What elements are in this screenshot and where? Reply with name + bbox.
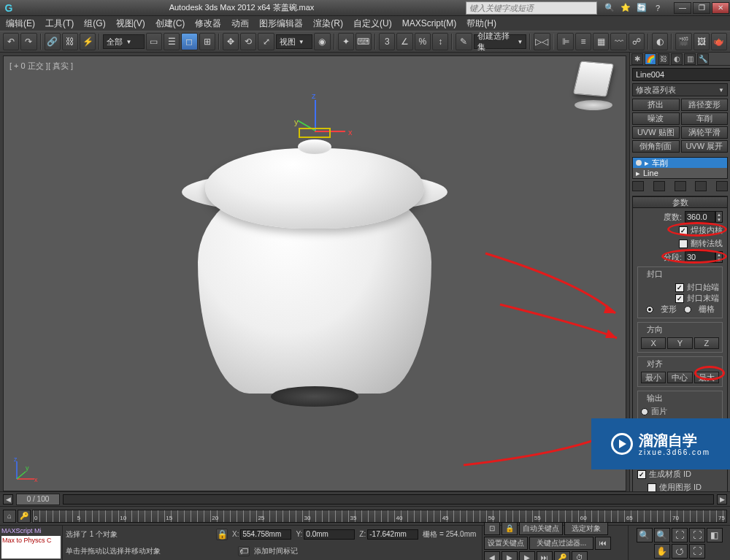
display-tab-icon[interactable]: ▥ bbox=[684, 53, 696, 65]
modbtn-turbosmooth[interactable]: 涡轮平滑 bbox=[681, 126, 729, 139]
viewcube-cube-icon[interactable] bbox=[573, 61, 614, 96]
render-production-icon[interactable]: 🫖 bbox=[711, 33, 727, 50]
timeslider-track[interactable] bbox=[63, 494, 714, 505]
nav-zoom-extents-icon[interactable]: ⛶ bbox=[672, 528, 688, 542]
modbtn-pathdeform[interactable]: 路径变形 bbox=[681, 99, 729, 111]
undo-icon[interactable]: ↶ bbox=[3, 33, 19, 50]
align-min-button[interactable]: 最小 bbox=[641, 372, 666, 383]
make-unique-icon[interactable] bbox=[675, 181, 686, 191]
params-rollout-header[interactable]: 参数 bbox=[632, 196, 728, 208]
select-region-icon[interactable]: ◻ bbox=[181, 33, 197, 50]
gen-matids-checkbox[interactable]: ✓ bbox=[637, 470, 646, 479]
goto-end-icon[interactable]: ⏭ bbox=[537, 551, 553, 561]
percent-snap-icon[interactable]: % bbox=[415, 33, 431, 50]
lightbulb-icon[interactable] bbox=[636, 160, 642, 166]
modifier-list-dropdown[interactable]: 修改器列表▼ bbox=[632, 83, 728, 96]
pivot-center-icon[interactable]: ◉ bbox=[314, 33, 330, 50]
trackbar-open-mini-icon[interactable]: ⌂ bbox=[3, 510, 16, 523]
menu-customize[interactable]: 自定义(U) bbox=[353, 18, 392, 30]
nav-pan-icon[interactable]: ✋ bbox=[654, 544, 670, 559]
help-search[interactable] bbox=[466, 1, 597, 15]
select-manipulate-icon[interactable]: ✦ bbox=[338, 33, 354, 50]
menu-edit[interactable]: 编辑(E) bbox=[6, 18, 35, 30]
stack-item-lathe[interactable]: ▸ 车削 bbox=[633, 158, 727, 168]
segments-input[interactable] bbox=[685, 251, 715, 263]
help-search-input[interactable] bbox=[466, 1, 597, 15]
render-frame-icon[interactable]: 🖼 bbox=[694, 33, 710, 50]
degrees-input[interactable] bbox=[685, 211, 715, 223]
dir-z-button[interactable]: Z bbox=[694, 337, 719, 349]
selection-filter-dropdown[interactable]: 全部▼ bbox=[103, 34, 144, 49]
graphite-ribbon-icon[interactable]: ▦ bbox=[593, 33, 609, 50]
modbtn-extrude[interactable]: 挤出 bbox=[632, 99, 680, 111]
cap-start-checkbox[interactable]: ✓ bbox=[675, 283, 684, 292]
close-button[interactable]: ✕ bbox=[712, 2, 729, 14]
timeslider-position[interactable]: 0 / 100 bbox=[16, 494, 60, 505]
menu-maxscript[interactable]: MAXScript(M) bbox=[402, 18, 457, 28]
modbtn-lathe[interactable]: 车削 bbox=[681, 112, 729, 125]
selected-dropdown[interactable]: 选定对象 bbox=[564, 522, 608, 535]
coord-z-input[interactable] bbox=[367, 529, 418, 540]
scale-icon[interactable]: ⤢ bbox=[258, 33, 274, 50]
scene-object-teacup[interactable]: z x y bbox=[198, 174, 431, 394]
trackbar-keymode-icon[interactable]: 🔑 bbox=[18, 510, 31, 523]
morph-radio[interactable] bbox=[646, 306, 653, 313]
stack-item-line[interactable]: ▸ Line bbox=[633, 168, 727, 178]
hierarchy-tab-icon[interactable]: ⛓ bbox=[658, 53, 669, 65]
nav-maximize-viewport-icon[interactable]: ⛶ bbox=[689, 544, 705, 559]
nav-fov-icon[interactable]: ◧ bbox=[707, 528, 723, 542]
align-center-button[interactable]: 中心 bbox=[667, 372, 692, 383]
timetag-icon[interactable]: 🏷 bbox=[238, 546, 250, 556]
redo-icon[interactable]: ↷ bbox=[20, 33, 36, 50]
select-by-name-icon[interactable]: ☰ bbox=[164, 33, 180, 50]
viewcube[interactable] bbox=[567, 62, 620, 123]
move-icon[interactable]: ✥ bbox=[223, 33, 239, 50]
minimize-button[interactable]: — bbox=[674, 2, 691, 14]
lock-selection-icon[interactable]: 🔒 bbox=[216, 529, 228, 540]
curve-editor-icon[interactable]: 〰 bbox=[610, 33, 626, 50]
play-icon[interactable]: ▶ bbox=[502, 551, 518, 561]
snap-toggle-icon[interactable]: 3 bbox=[379, 33, 395, 50]
align-icon[interactable]: ⊫ bbox=[557, 33, 573, 50]
coord-x-input[interactable] bbox=[240, 529, 291, 540]
menu-modifiers[interactable]: 修改器 bbox=[195, 18, 221, 30]
align-max-button[interactable]: 最大 bbox=[694, 372, 719, 383]
viewport-label[interactable]: [ + 0 正交 ][ 真实 ] bbox=[9, 61, 73, 72]
select-object-icon[interactable]: ▭ bbox=[146, 33, 162, 50]
weld-core-checkbox[interactable]: ✓ bbox=[679, 226, 688, 235]
dir-y-button[interactable]: Y bbox=[667, 337, 692, 349]
degrees-spinner[interactable]: ▲▼ bbox=[715, 211, 723, 223]
cap-end-checkbox[interactable]: ✓ bbox=[675, 294, 684, 303]
layer-manager-icon[interactable]: ≡ bbox=[575, 33, 591, 50]
maxscript-listener[interactable]: Max to Physcs C bbox=[1, 536, 61, 559]
menu-tools[interactable]: 工具(T) bbox=[45, 18, 74, 30]
app-icon[interactable]: G bbox=[0, 0, 18, 16]
menu-animation[interactable]: 动画 bbox=[231, 18, 249, 30]
menu-grapheditors[interactable]: 图形编辑器 bbox=[259, 18, 303, 30]
maximize-button[interactable]: ❐ bbox=[693, 2, 710, 14]
modifier-stack[interactable]: ▸ 车削 ▸ Line bbox=[632, 157, 728, 179]
modify-tab-icon[interactable]: 🌈 bbox=[645, 53, 656, 65]
help-icon[interactable]: ? bbox=[651, 1, 664, 15]
angle-snap-icon[interactable]: ∠ bbox=[396, 33, 412, 50]
unlink-icon[interactable]: ⛓ bbox=[62, 33, 78, 50]
viewport[interactable]: [ + 0 正交 ][ 真实 ] z x y bbox=[3, 55, 626, 491]
modbtn-uvwmap[interactable]: UVW 贴图 bbox=[632, 126, 680, 139]
use-shape-ids-checkbox[interactable] bbox=[648, 483, 656, 492]
setkey-button[interactable]: 设置关键点 bbox=[484, 537, 528, 550]
bind-space-warp-icon[interactable]: ⚡ bbox=[80, 33, 96, 50]
infocenter-icon[interactable]: 🔍 bbox=[603, 1, 616, 15]
mirror-icon[interactable]: ▷◁ bbox=[534, 33, 550, 50]
menu-create[interactable]: 创建(C) bbox=[155, 18, 185, 30]
flip-normals-checkbox[interactable] bbox=[679, 239, 688, 248]
link-icon[interactable]: 🔗 bbox=[45, 33, 61, 50]
time-config-icon[interactable]: ⏱ bbox=[572, 551, 588, 561]
edit-named-selection-icon[interactable]: ✎ bbox=[456, 33, 472, 50]
selection-lock-icon[interactable]: 🔒 bbox=[502, 522, 518, 535]
named-selection-dropdown[interactable]: 创建选择集▼ bbox=[474, 34, 527, 49]
nav-zoom-icon[interactable]: 🔍 bbox=[637, 528, 653, 542]
spinner-snap-icon[interactable]: ↕ bbox=[432, 33, 448, 50]
grid-radio[interactable] bbox=[684, 306, 691, 313]
schematic-view-icon[interactable]: ☍ bbox=[629, 33, 645, 50]
create-tab-icon[interactable]: ✱ bbox=[631, 53, 643, 65]
